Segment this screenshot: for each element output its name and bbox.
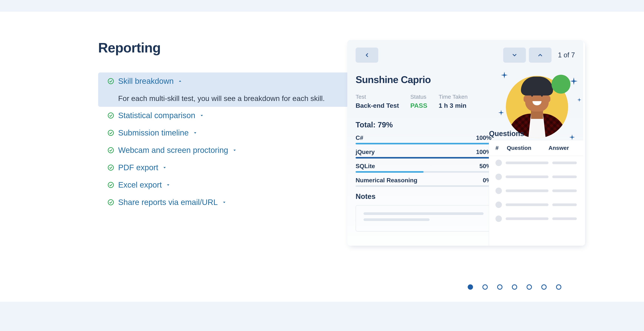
feature-item-statistical-comparison[interactable]: Statistical comparison <box>98 107 347 124</box>
meta-value: 1 h 3 min <box>439 102 468 109</box>
notes-box <box>356 205 492 232</box>
back-button[interactable] <box>356 48 378 63</box>
feature-label: PDF export <box>118 163 158 172</box>
svg-point-2 <box>108 130 114 136</box>
skill-row: C#100% <box>356 134 492 141</box>
caret-down-icon <box>222 200 226 204</box>
questions-heading: Questions <box>489 130 524 138</box>
carousel-dot-3[interactable] <box>497 284 502 290</box>
caret-up-icon <box>178 79 182 84</box>
section-heading: Reporting <box>98 40 347 56</box>
placeholder-line <box>506 190 548 192</box>
placeholder-line <box>506 162 548 164</box>
caret-down-icon <box>200 113 204 118</box>
placeholder-line <box>552 218 577 220</box>
sparkle-icon <box>570 77 578 85</box>
skill-name: SQLite <box>356 163 375 170</box>
carousel-dot-4[interactable] <box>512 284 517 290</box>
skill-name: Numerical Reasoning <box>356 177 417 184</box>
carousel-dots <box>468 284 561 290</box>
placeholder-line <box>506 176 548 178</box>
meta-value: Back-end Test <box>356 102 399 109</box>
feature-list: Skill breakdownFor each multi-skill test… <box>98 72 347 211</box>
placeholder-circle <box>496 174 502 180</box>
sparkle-icon <box>577 98 581 102</box>
skill-breakdown-list: C#100%jQuery100%SQLite50%Numerical Reaso… <box>356 134 492 187</box>
feature-description: For each multi-skill test, you will see … <box>108 94 338 103</box>
next-result-button[interactable] <box>503 48 526 63</box>
meta-status: Status PASS <box>410 94 427 109</box>
placeholder-line <box>506 218 548 220</box>
chevron-left-icon <box>364 52 370 58</box>
placeholder-circle <box>496 216 502 222</box>
qhead-num: # <box>496 145 507 151</box>
svg-point-0 <box>108 78 114 84</box>
sparkle-icon <box>569 134 575 140</box>
sparkle-icon <box>501 72 508 78</box>
svg-point-3 <box>108 148 114 153</box>
feature-item-excel-export[interactable]: Excel export <box>98 176 347 194</box>
carousel-dot-5[interactable] <box>526 284 532 290</box>
feature-label: Share reports via email/URL <box>118 198 218 207</box>
question-row <box>489 212 583 226</box>
feature-item-webcam-and-screen-proctoring[interactable]: Webcam and screen proctoring <box>98 142 347 159</box>
meta-value: PASS <box>410 102 427 109</box>
feature-label: Skill breakdown <box>118 76 174 86</box>
skill-name: jQuery <box>356 148 375 156</box>
svg-point-1 <box>108 113 114 118</box>
placeholder-line <box>506 204 548 206</box>
svg-point-5 <box>108 182 114 188</box>
meta-label: Status <box>410 94 427 100</box>
carousel-dot-6[interactable] <box>541 284 546 290</box>
feature-item-share-reports-via-email-url[interactable]: Share reports via email/URL <box>98 194 347 211</box>
carousel-dot-2[interactable] <box>482 284 488 290</box>
carousel-dot-1[interactable] <box>468 284 473 290</box>
placeholder-line <box>552 176 577 178</box>
prev-result-button[interactable] <box>529 48 552 63</box>
svg-point-4 <box>108 165 114 170</box>
placeholder-line <box>552 162 577 164</box>
feature-label: Excel export <box>118 180 162 190</box>
question-row <box>489 156 583 170</box>
skill-row: SQLite50% <box>356 163 492 170</box>
skill-bar <box>356 143 492 144</box>
caret-down-icon <box>162 165 167 170</box>
placeholder-line <box>552 204 577 206</box>
meta-label: Time Taken <box>439 94 468 100</box>
caret-down-icon <box>166 183 170 187</box>
placeholder-line <box>364 212 484 215</box>
placeholder-circle <box>496 202 502 208</box>
feature-item-pdf-export[interactable]: PDF export <box>98 159 347 176</box>
candidate-name: Sunshine Caprio <box>356 74 492 85</box>
carousel-dot-7[interactable] <box>556 284 561 290</box>
caret-down-icon <box>193 130 198 135</box>
feature-label: Webcam and screen proctoring <box>118 146 228 155</box>
meta-time: Time Taken 1 h 3 min <box>439 94 468 109</box>
sparkle-icon <box>498 110 504 116</box>
placeholder-circle <box>496 160 502 166</box>
question-row <box>489 198 583 212</box>
reporting-section: Reporting Skill breakdownFor each multi-… <box>98 40 347 302</box>
total-score: Total: 79% <box>356 120 492 129</box>
placeholder-line <box>552 190 577 192</box>
check-circle-icon <box>108 130 114 136</box>
check-circle-icon <box>108 112 114 119</box>
notes-heading: Notes <box>356 192 492 200</box>
qhead-question: Question <box>507 145 548 151</box>
feature-item-submission-timeline[interactable]: Submission timeline <box>98 124 347 142</box>
feature-item-skill-breakdown[interactable]: Skill breakdownFor each multi-skill test… <box>98 72 347 107</box>
chevron-down-icon <box>512 52 518 58</box>
skill-row: Numerical Reasoning0% <box>356 177 492 184</box>
candidate-report-card: 1 of 7 Sunshine Caprio Test Back-end Tes… <box>347 40 583 246</box>
check-circle-icon <box>108 164 114 171</box>
feature-label: Submission timeline <box>118 128 189 138</box>
question-row <box>489 184 583 198</box>
svg-point-6 <box>108 200 114 205</box>
feature-label: Statistical comparison <box>118 111 195 120</box>
skill-bar <box>356 171 492 173</box>
meta-test: Test Back-end Test <box>356 94 399 109</box>
status-presence-dot <box>552 75 570 94</box>
meta-label: Test <box>356 94 399 100</box>
chevron-up-icon <box>537 52 543 58</box>
caret-down-icon <box>232 148 237 152</box>
